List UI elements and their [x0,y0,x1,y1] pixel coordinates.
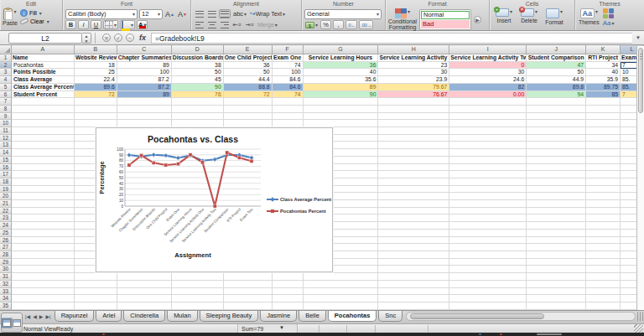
cell-I18[interactable] [449,178,527,186]
column-header-G[interactable]: G [304,45,379,54]
formula-bar-options-icon[interactable]: ▼ [632,35,644,40]
cell-G5[interactable]: 89 [304,84,379,91]
row-header-22[interactable]: 22 [0,208,12,215]
cell-A9[interactable] [12,113,75,121]
cell-I3[interactable]: 30 [449,69,527,76]
cell-A5[interactable]: Class Average Percent [12,84,75,91]
first-sheet-button[interactable]: |◀ [25,313,30,319]
cell-J13[interactable] [527,142,586,149]
wrap-text-button[interactable]: ↪Wrap Text▾ [249,9,286,18]
row-header-25[interactable]: 25 [0,230,12,237]
cell-J21[interactable] [527,200,586,208]
cell-H25[interactable] [378,230,449,237]
cell-K30[interactable] [586,266,621,273]
cell-H20[interactable] [378,193,449,200]
cell-A26[interactable] [12,237,75,245]
cell-K33[interactable] [586,288,621,296]
cell-J30[interactable] [527,266,586,273]
row-header-18[interactable]: 18 [0,178,12,186]
cell-K28[interactable] [586,251,621,259]
cell-A21[interactable] [12,200,75,208]
cell-I28[interactable] [449,251,527,259]
cell-K15[interactable] [586,157,621,164]
column-header-D[interactable]: D [172,45,224,54]
percent-button[interactable]: % [320,20,331,29]
cell-I5[interactable]: 82 [449,84,527,91]
cell-J34[interactable] [527,295,586,302]
cell-I25[interactable] [449,230,527,237]
cell-H11[interactable] [378,127,449,135]
cell-E8[interactable] [224,106,273,113]
cell-J19[interactable] [527,186,586,194]
cell-I12[interactable] [449,135,527,142]
cell-B10[interactable] [75,120,117,127]
cell-I20[interactable] [449,193,527,200]
cell-E1[interactable]: One Child Project [224,54,273,62]
format-button[interactable]: ▾ Format [542,8,567,25]
decrease-indent-button[interactable]: ⇤≡ [231,20,242,29]
cell-D33[interactable] [172,288,224,296]
cell-D35[interactable] [172,302,224,310]
row-header-12[interactable]: 12 [0,135,12,142]
cell-A11[interactable] [12,127,75,135]
row-header-17[interactable]: 17 [0,171,12,178]
cell-D4[interactable]: 45 [172,76,224,84]
cell-I19[interactable] [449,186,527,194]
decrease-decimal-button[interactable]: .00→ [359,20,373,29]
cell-A35[interactable] [12,302,75,310]
styles-scroll-button[interactable]: ▶ [474,16,481,23]
row-header-26[interactable]: 26 [0,237,12,245]
cell-J11[interactable] [527,127,586,135]
cell-A15[interactable] [12,157,75,164]
row-header-6[interactable]: 6 [0,91,12,99]
cell-H19[interactable] [378,186,449,194]
normal-view-button[interactable] [3,319,11,327]
cell-I16[interactable] [449,164,527,172]
cell-H21[interactable] [378,200,449,208]
column-header-H[interactable]: H [378,45,449,54]
row-header-5[interactable]: 5 [0,84,12,91]
cell-G32[interactable] [304,281,379,288]
embedded-chart[interactable]: Pocahontas vs. Class01020304050607080901… [96,127,333,272]
cell-I4[interactable]: 24.6 [449,76,527,84]
cell-B3[interactable]: 25 [75,69,117,76]
align-right-button[interactable] [219,20,230,29]
row-header-11[interactable]: 11 [0,127,12,135]
cell-K35[interactable] [586,302,621,310]
align-center-button[interactable] [206,20,217,29]
cell-G6[interactable]: 90 [304,91,379,99]
prev-sheet-button[interactable]: ◀ [33,313,37,319]
cell-E4[interactable]: 44.4 [224,76,273,84]
cell-E33[interactable] [224,288,273,296]
row-header-33[interactable]: 33 [0,288,12,296]
cell-I1[interactable]: Service Learning Activity Two [449,54,527,62]
style-normal[interactable]: Normal [421,11,470,19]
cell-I11[interactable] [449,127,527,135]
cell-E3[interactable]: 50 [224,69,273,76]
cell-J8[interactable] [527,106,586,113]
horizontal-scrollbar[interactable] [406,312,636,321]
insert-button[interactable]: +▾ Insert [491,8,517,25]
cell-K31[interactable] [586,273,621,281]
cell-C35[interactable] [117,302,172,310]
cell-H4[interactable]: 23.9 [378,76,449,84]
cell-J28[interactable] [527,251,586,259]
cell-I6[interactable]: 0.00 [449,91,527,99]
cell-I31[interactable] [449,273,527,281]
cell-D6[interactable]: 76 [172,91,224,99]
insert-function-button[interactable]: fx [139,34,146,42]
sheet-tab-jasmine[interactable]: Jasmine [260,311,297,322]
cell-C6[interactable]: 89 [117,91,172,99]
cell-C7[interactable] [117,98,172,106]
cell-J29[interactable] [527,259,586,266]
cell-K10[interactable] [586,120,621,127]
underline-button[interactable]: U [91,20,101,29]
row-header-20[interactable]: 20 [0,193,12,200]
cell-H29[interactable] [378,259,449,266]
row-header-3[interactable]: 3 [0,69,12,76]
cell-E9[interactable] [224,113,273,121]
cell-D3[interactable]: 50 [172,69,224,76]
cell-K14[interactable] [586,149,621,157]
column-header-A[interactable]: A [12,45,75,54]
sheet-tab-rapunzel[interactable]: Rapunzel [55,311,95,322]
